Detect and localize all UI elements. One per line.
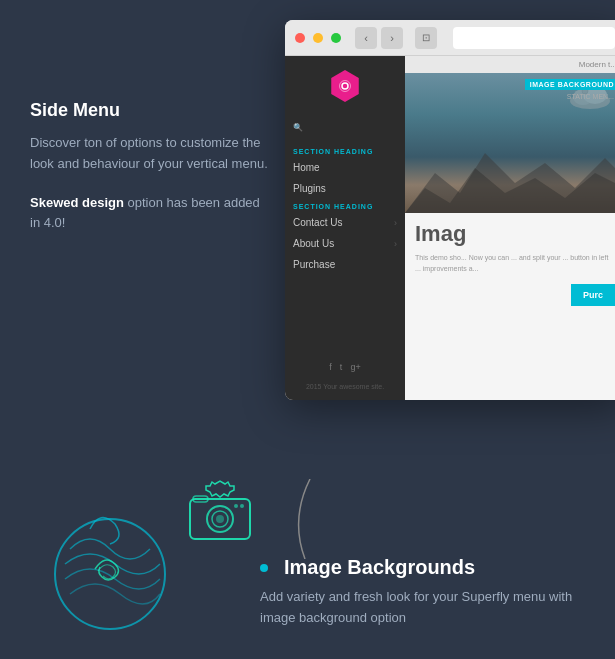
section-heading-2: SECTION HEADING <box>285 199 405 212</box>
address-bar[interactable] <box>453 27 615 49</box>
bottom-illustration <box>40 459 260 639</box>
section-dot <box>260 564 268 572</box>
menu-item-home[interactable]: Home <box>285 157 405 178</box>
svg-point-0 <box>342 83 348 89</box>
sidebar-footer: 2015 Your awesome site. <box>285 383 405 390</box>
side-menu-description: Discover ton of options to customize the… <box>30 133 270 175</box>
menu-purchase-label: Purchase <box>293 259 335 270</box>
skewed-label: Skewed design <box>30 195 124 210</box>
close-dot[interactable] <box>295 33 305 43</box>
side-menu-title: Side Menu <box>30 100 270 121</box>
sidebar-logo <box>285 56 405 112</box>
image-background-badge: IMAGE BACKGROUND <box>525 79 615 90</box>
purchase-button[interactable]: Purc <box>571 284 615 306</box>
browser-nav: ‹ › <box>355 27 403 49</box>
svg-point-14 <box>240 504 244 508</box>
twitter-icon[interactable]: t <box>340 362 343 372</box>
arrow-icon-about: › <box>394 239 397 249</box>
browser-content: 🔍 SECTION HEADING Home Plugins SECTION H… <box>285 56 615 400</box>
sidebar-search[interactable]: 🔍 <box>285 112 405 138</box>
left-panel: Side Menu Discover ton of options to cus… <box>30 100 270 234</box>
back-button[interactable]: ‹ <box>355 27 377 49</box>
menu-home-label: Home <box>293 162 320 173</box>
main-heading: Imag <box>415 221 615 247</box>
globe-icon <box>40 489 190 639</box>
logo-icon <box>329 70 361 102</box>
main-content-text: Imag This demo sho... Now you can ... an… <box>405 213 615 292</box>
svg-point-1 <box>340 81 351 92</box>
image-backgrounds-description: Add variety and fresh look for your Supe… <box>260 587 605 629</box>
googleplus-icon[interactable]: g+ <box>350 362 360 372</box>
section-heading-1: SECTION HEADING <box>285 144 405 157</box>
static-menu-badge: STATIC MEN... <box>562 91 615 102</box>
main-content-panel: Modern t... IMAGE BACKGROUN <box>405 56 615 400</box>
main-top-bar: Modern t... <box>405 56 615 73</box>
camera-icon <box>180 479 260 549</box>
image-backgrounds-section: Image Backgrounds Add variety and fresh … <box>260 556 605 629</box>
modern-label: Modern t... <box>579 60 615 69</box>
browser-toolbar: ‹ › ⊡ <box>285 20 615 56</box>
menu-item-purchase[interactable]: Purchase <box>285 254 405 275</box>
minimize-dot[interactable] <box>313 33 323 43</box>
main-image-area: IMAGE BACKGROUND STATIC MEN... <box>405 73 615 213</box>
facebook-icon[interactable]: f <box>329 362 332 372</box>
menu-contact-label: Contact Us <box>293 217 342 228</box>
arrow-icon: › <box>394 218 397 228</box>
skewed-design-text: Skewed design option has been added in 4… <box>30 193 270 235</box>
main-description: This demo sho... Now you can ... and spl… <box>415 253 615 274</box>
svg-point-15 <box>234 504 238 508</box>
mountain-silhouette <box>405 133 615 213</box>
sidebar-panel: 🔍 SECTION HEADING Home Plugins SECTION H… <box>285 56 405 400</box>
svg-point-12 <box>216 515 224 523</box>
view-button[interactable]: ⊡ <box>415 27 437 49</box>
sidebar-social: f t g+ <box>285 362 405 372</box>
maximize-dot[interactable] <box>331 33 341 43</box>
menu-item-plugins[interactable]: Plugins <box>285 178 405 199</box>
connector-line <box>280 479 340 559</box>
menu-plugins-label: Plugins <box>293 183 326 194</box>
menu-item-contact[interactable]: Contact Us › <box>285 212 405 233</box>
menu-about-label: About Us <box>293 238 334 249</box>
forward-button[interactable]: › <box>381 27 403 49</box>
image-backgrounds-title: Image Backgrounds <box>284 556 475 579</box>
menu-item-about[interactable]: About Us › <box>285 233 405 254</box>
browser-window: ‹ › ⊡ 🔍 SECTION HEADING <box>285 20 615 400</box>
